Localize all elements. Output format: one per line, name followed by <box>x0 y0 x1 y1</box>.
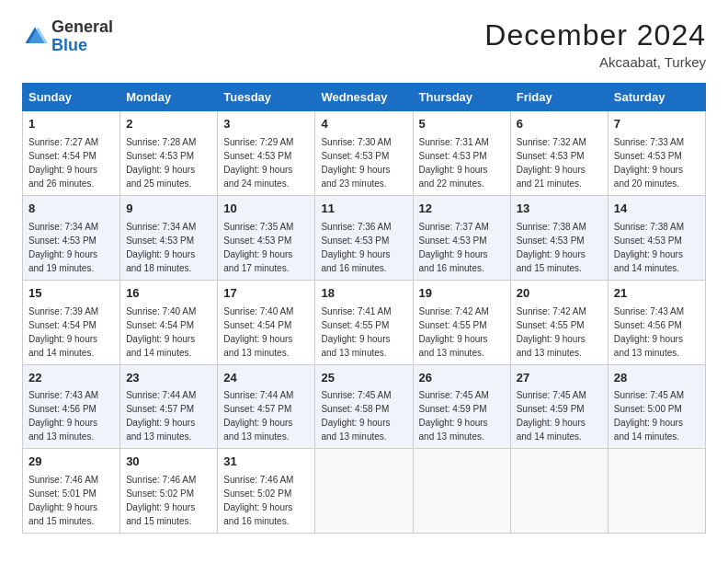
day-number: 28 <box>614 370 700 387</box>
day-cell-16: 16Sunrise: 7:40 AMSunset: 4:54 PMDayligh… <box>120 280 218 364</box>
day-cell-2: 2Sunrise: 7:28 AMSunset: 4:53 PMDaylight… <box>120 111 218 196</box>
day-number: 17 <box>223 285 309 303</box>
day-info: Sunrise: 7:43 AMSunset: 4:56 PMDaylight:… <box>614 304 700 360</box>
day-info: Sunrise: 7:38 AMSunset: 4:53 PMDaylight:… <box>517 220 602 275</box>
day-info: Sunrise: 7:39 AMSunset: 4:54 PMDaylight:… <box>28 304 114 360</box>
empty-cell <box>315 449 413 534</box>
day-cell-12: 12Sunrise: 7:37 AMSunset: 4:53 PMDayligh… <box>413 195 510 280</box>
day-info: Sunrise: 7:45 AMSunset: 4:58 PMDaylight:… <box>321 388 406 443</box>
empty-cell <box>510 449 608 534</box>
day-info: Sunrise: 7:40 AMSunset: 4:54 PMDaylight:… <box>223 304 309 360</box>
day-info: Sunrise: 7:35 AMSunset: 4:53 PMDaylight:… <box>223 220 309 275</box>
day-info: Sunrise: 7:40 AMSunset: 4:54 PMDaylight:… <box>126 304 211 360</box>
logo-general: General <box>51 18 113 37</box>
week-row-2: 8Sunrise: 7:34 AMSunset: 4:53 PMDaylight… <box>23 195 706 280</box>
day-number: 9 <box>126 201 211 218</box>
day-info: Sunrise: 7:38 AMSunset: 4:53 PMDaylight:… <box>614 220 700 275</box>
day-cell-27: 27Sunrise: 7:45 AMSunset: 4:59 PMDayligh… <box>510 364 608 449</box>
day-number: 19 <box>419 285 505 303</box>
title-location: Akcaabat, Turkey <box>484 54 706 70</box>
day-number: 18 <box>321 285 406 303</box>
day-cell-6: 6Sunrise: 7:32 AMSunset: 4:53 PMDaylight… <box>510 111 608 196</box>
day-info: Sunrise: 7:30 AMSunset: 4:53 PMDaylight:… <box>321 135 406 190</box>
day-number: 21 <box>614 285 700 303</box>
weekday-header-row: SundayMondayTuesdayWednesdayThursdayFrid… <box>23 84 706 111</box>
day-info: Sunrise: 7:42 AMSunset: 4:55 PMDaylight:… <box>419 304 505 360</box>
day-cell-28: 28Sunrise: 7:45 AMSunset: 5:00 PMDayligh… <box>608 364 705 449</box>
title-month: December 2024 <box>484 18 706 52</box>
day-cell-30: 30Sunrise: 7:46 AMSunset: 5:02 PMDayligh… <box>120 449 218 534</box>
day-info: Sunrise: 7:46 AMSunset: 5:02 PMDaylight:… <box>126 473 211 528</box>
day-cell-21: 21Sunrise: 7:43 AMSunset: 4:56 PMDayligh… <box>608 280 705 364</box>
day-info: Sunrise: 7:34 AMSunset: 4:53 PMDaylight:… <box>28 220 114 275</box>
page: General Blue December 2024 Akcaabat, Tur… <box>0 0 728 552</box>
day-number: 10 <box>223 201 309 218</box>
day-cell-31: 31Sunrise: 7:46 AMSunset: 5:02 PMDayligh… <box>218 449 315 534</box>
day-cell-11: 11Sunrise: 7:36 AMSunset: 4:53 PMDayligh… <box>315 195 413 280</box>
day-cell-26: 26Sunrise: 7:45 AMSunset: 4:59 PMDayligh… <box>413 364 510 449</box>
day-number: 20 <box>517 285 602 303</box>
logo-icon <box>22 24 48 50</box>
logo-blue: Blue <box>51 37 113 55</box>
weekday-header-sunday: Sunday <box>23 84 120 111</box>
weekday-header-wednesday: Wednesday <box>315 84 413 111</box>
day-cell-24: 24Sunrise: 7:44 AMSunset: 4:57 PMDayligh… <box>218 364 315 449</box>
day-info: Sunrise: 7:44 AMSunset: 4:57 PMDaylight:… <box>126 388 211 443</box>
day-number: 13 <box>517 201 602 218</box>
day-info: Sunrise: 7:28 AMSunset: 4:53 PMDaylight:… <box>126 135 211 190</box>
day-cell-19: 19Sunrise: 7:42 AMSunset: 4:55 PMDayligh… <box>413 280 510 364</box>
day-number: 7 <box>614 116 700 133</box>
day-cell-3: 3Sunrise: 7:29 AMSunset: 4:53 PMDaylight… <box>218 111 315 196</box>
day-cell-22: 22Sunrise: 7:43 AMSunset: 4:56 PMDayligh… <box>23 364 120 449</box>
day-info: Sunrise: 7:46 AMSunset: 5:01 PMDaylight:… <box>28 473 114 528</box>
day-cell-23: 23Sunrise: 7:44 AMSunset: 4:57 PMDayligh… <box>120 364 218 449</box>
day-number: 11 <box>321 201 406 218</box>
day-number: 29 <box>28 454 114 471</box>
header: General Blue December 2024 Akcaabat, Tur… <box>22 18 706 70</box>
day-number: 8 <box>28 201 114 218</box>
day-info: Sunrise: 7:33 AMSunset: 4:53 PMDaylight:… <box>614 135 700 190</box>
week-row-1: 1Sunrise: 7:27 AMSunset: 4:54 PMDaylight… <box>23 111 706 196</box>
day-number: 6 <box>517 116 602 133</box>
day-number: 22 <box>28 370 114 387</box>
day-cell-15: 15Sunrise: 7:39 AMSunset: 4:54 PMDayligh… <box>23 280 120 364</box>
weekday-header-thursday: Thursday <box>413 84 510 111</box>
day-cell-5: 5Sunrise: 7:31 AMSunset: 4:53 PMDaylight… <box>413 111 510 196</box>
day-info: Sunrise: 7:31 AMSunset: 4:53 PMDaylight:… <box>419 135 505 190</box>
day-number: 5 <box>419 116 505 133</box>
weekday-header-saturday: Saturday <box>608 84 705 111</box>
day-number: 27 <box>517 370 602 387</box>
day-info: Sunrise: 7:41 AMSunset: 4:55 PMDaylight:… <box>321 304 406 360</box>
day-cell-25: 25Sunrise: 7:45 AMSunset: 4:58 PMDayligh… <box>315 364 413 449</box>
weekday-header-monday: Monday <box>120 84 218 111</box>
day-info: Sunrise: 7:34 AMSunset: 4:53 PMDaylight:… <box>126 220 211 275</box>
day-cell-4: 4Sunrise: 7:30 AMSunset: 4:53 PMDaylight… <box>315 111 413 196</box>
day-info: Sunrise: 7:29 AMSunset: 4:53 PMDaylight:… <box>223 135 309 190</box>
title-block: December 2024 Akcaabat, Turkey <box>484 18 706 70</box>
day-number: 15 <box>28 285 114 303</box>
day-cell-14: 14Sunrise: 7:38 AMSunset: 4:53 PMDayligh… <box>608 195 705 280</box>
day-number: 31 <box>223 454 309 471</box>
day-number: 16 <box>126 285 211 303</box>
logo-text: General Blue <box>51 18 113 55</box>
day-cell-29: 29Sunrise: 7:46 AMSunset: 5:01 PMDayligh… <box>23 449 120 534</box>
day-info: Sunrise: 7:27 AMSunset: 4:54 PMDaylight:… <box>28 135 114 190</box>
day-number: 14 <box>614 201 700 218</box>
week-row-5: 29Sunrise: 7:46 AMSunset: 5:01 PMDayligh… <box>23 449 706 534</box>
day-info: Sunrise: 7:45 AMSunset: 5:00 PMDaylight:… <box>614 388 700 443</box>
week-row-4: 22Sunrise: 7:43 AMSunset: 4:56 PMDayligh… <box>23 364 706 449</box>
day-number: 12 <box>419 201 505 218</box>
day-number: 23 <box>126 370 211 387</box>
day-info: Sunrise: 7:32 AMSunset: 4:53 PMDaylight:… <box>517 135 602 190</box>
day-info: Sunrise: 7:43 AMSunset: 4:56 PMDaylight:… <box>28 388 114 443</box>
day-cell-20: 20Sunrise: 7:42 AMSunset: 4:55 PMDayligh… <box>510 280 608 364</box>
day-number: 4 <box>321 116 406 133</box>
day-info: Sunrise: 7:36 AMSunset: 4:53 PMDaylight:… <box>321 220 406 275</box>
day-cell-10: 10Sunrise: 7:35 AMSunset: 4:53 PMDayligh… <box>218 195 315 280</box>
day-number: 26 <box>419 370 505 387</box>
day-number: 1 <box>28 116 114 133</box>
day-cell-1: 1Sunrise: 7:27 AMSunset: 4:54 PMDaylight… <box>23 111 120 196</box>
day-cell-13: 13Sunrise: 7:38 AMSunset: 4:53 PMDayligh… <box>510 195 608 280</box>
calendar: SundayMondayTuesdayWednesdayThursdayFrid… <box>22 83 706 534</box>
empty-cell <box>608 449 705 534</box>
